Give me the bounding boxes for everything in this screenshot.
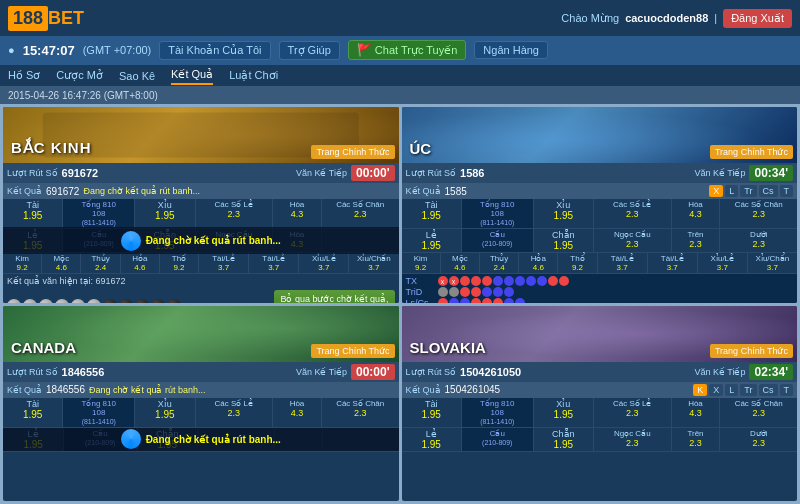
hoa-cell-top[interactable]: Hòa4.3 bbox=[273, 199, 322, 228]
canada-result-label: Kết Quả bbox=[7, 385, 42, 395]
slovakia-ngoc-cau[interactable]: Ngọc Cầu2.3 bbox=[594, 428, 672, 451]
help-button[interactable]: Trợ Giúp bbox=[279, 41, 340, 60]
uc-result-num: 1585 bbox=[445, 186, 467, 197]
uc-xiu[interactable]: Xỉu1.95 bbox=[534, 199, 594, 228]
chat-button[interactable]: 🚩 Chat Trực Tuyến bbox=[348, 40, 466, 60]
round-label: Lượt Rút Số bbox=[7, 168, 58, 178]
slovakia-result-num: 1504261045 bbox=[445, 384, 501, 395]
slovakia-next-label: Văn Kế Tiếp bbox=[694, 367, 745, 377]
tab-t[interactable]: T bbox=[780, 185, 794, 197]
uc-ngoc-cau[interactable]: Ngọc Cầu2.3 bbox=[594, 229, 672, 252]
slovakia-tabs: K X L Tr Cs T bbox=[693, 384, 793, 396]
slovakia-tren[interactable]: Trên2.3 bbox=[672, 428, 721, 451]
next-label: Văn Kế Tiếp bbox=[296, 168, 347, 178]
uc-tren[interactable]: Trên2.3 bbox=[672, 229, 721, 252]
canada-wait-text: Đang chờ kết quả rút banh... bbox=[146, 434, 281, 445]
canada-tai[interactable]: Tài1.95 bbox=[3, 398, 63, 427]
navbar-results[interactable]: Kết Quả bbox=[171, 66, 213, 85]
beijing-official-btn[interactable]: Trang Chính Thức bbox=[311, 145, 394, 159]
navbar-profile[interactable]: Hồ Sơ bbox=[8, 67, 40, 84]
uc-next-label: Văn Kế Tiếp bbox=[694, 168, 745, 178]
uc-tai[interactable]: Tài1.95 bbox=[402, 199, 462, 228]
uc-round-label: Lượt Rút Số bbox=[406, 168, 457, 178]
beijing-bet-btn[interactable]: Bỏ qua bước chờ kết quả,Đặt cược vòng kế… bbox=[274, 290, 394, 303]
uc-cac-so-chan[interactable]: Các Số Chân2.3 bbox=[720, 199, 797, 228]
slovakia-result-bar: Kết Quả 1504261045 K X L Tr Cs T bbox=[402, 382, 798, 398]
header-right: Chào Mừng cacuocdoden88 | Đăng Xuất bbox=[561, 9, 792, 28]
tab-t2[interactable]: T bbox=[780, 384, 794, 396]
tab-l[interactable]: L bbox=[725, 185, 738, 197]
tab-l2[interactable]: L bbox=[725, 384, 738, 396]
beijing-result-current: Kết quả văn hiện tại: 691672 bbox=[3, 274, 399, 288]
logo: 188 BET bbox=[8, 6, 84, 31]
cac-so-le-cell[interactable]: Các Số Lẻ2.3 bbox=[196, 199, 274, 228]
navbar: Hồ Sơ Cược Mở Sao Kê Kết Quả Luật Chơi bbox=[0, 64, 800, 86]
uc-next-time: 00:34' bbox=[749, 165, 793, 181]
uc-le[interactable]: Lẻ1.95 bbox=[402, 229, 462, 252]
canada-result-bar: Kết Quả 1846556 Đang chờ kết quả rút ban… bbox=[3, 382, 399, 398]
slovakia-tai[interactable]: Tài1.95 bbox=[402, 398, 462, 427]
bank-button[interactable]: Ngân Hàng bbox=[474, 41, 548, 59]
slovakia-official-btn[interactable]: Trang Chính Thức bbox=[710, 344, 793, 358]
slovakia-chan[interactable]: Chẵn1.95 bbox=[534, 428, 594, 451]
navbar-open-bets[interactable]: Cược Mở bbox=[56, 67, 103, 84]
bet-row-3: Kim9.2 Mộc4.6 Thủy2.4 Hỏa4.6 Thổ9.2 Tài/… bbox=[3, 253, 399, 274]
canada-wait-overlay: Đang chờ kết quả rút banh... bbox=[3, 428, 399, 451]
uc-official-btn[interactable]: Trang Chính Thức bbox=[710, 145, 793, 159]
navbar-statement[interactable]: Sao Kê bbox=[119, 68, 155, 84]
clock-icon: ● bbox=[8, 44, 15, 56]
slovakia-banner: SLOVAKIA Trang Chính Thức bbox=[402, 306, 798, 362]
slovakia-next-time: 02:34' bbox=[749, 364, 793, 380]
uc-round-num: 1586 bbox=[460, 167, 484, 179]
uc-banner: ÚC Trang Chính Thức bbox=[402, 107, 798, 163]
uc-hoa[interactable]: Hòa4.3 bbox=[672, 199, 721, 228]
main-grid: BẮC KINH Trang Chính Thức Lượt Rút Số 69… bbox=[0, 104, 800, 504]
tab-tr[interactable]: Tr bbox=[740, 185, 756, 197]
greeting-text: Chào Mừng bbox=[561, 12, 619, 25]
beijing-wait-text: Đang chờ kết quả rút banh... bbox=[146, 235, 281, 246]
panel-slovakia: SLOVAKIA Trang Chính Thức Lượt Rút Số 15… bbox=[402, 306, 798, 502]
uc-bet-table: Tài1.95 Tổng 810108(811-1410) Xỉu1.95 Cá… bbox=[402, 199, 798, 303]
uc-tabs: X L Tr Cs T bbox=[709, 185, 793, 197]
uc-cac-so-le[interactable]: Các Số Lẻ2.3 bbox=[594, 199, 672, 228]
tab-x[interactable]: X bbox=[709, 185, 723, 197]
tab-x2[interactable]: X bbox=[709, 384, 723, 396]
canada-wait-msg: Đang chờ kết quả rút banh... bbox=[89, 385, 206, 395]
tab-cs2[interactable]: Cs bbox=[759, 384, 778, 396]
bet-row-1: Tài1.95 Tổng 810108(811-1410) Xỉu1.95 Cá… bbox=[3, 199, 399, 229]
slovakia-duoi[interactable]: Dưới2.3 bbox=[720, 428, 797, 451]
beijing-balls-action: Bỏ qua bước chờ kết quả,Đặt cược vòng kế… bbox=[3, 288, 399, 303]
canada-official-btn[interactable]: Trang Chính Thức bbox=[311, 344, 394, 358]
canada-round-bar: Lượt Rút Số 1846556 Văn Kế Tiếp 00:00' bbox=[3, 362, 399, 382]
canada-xiu[interactable]: Xỉu1.95 bbox=[135, 398, 195, 427]
logout-button[interactable]: Đăng Xuất bbox=[723, 9, 792, 28]
uc-chan[interactable]: Chẵn1.95 bbox=[534, 229, 594, 252]
navbar-rules[interactable]: Luật Chơi bbox=[229, 67, 278, 84]
tong-cell: Tổng 810108(811-1410) bbox=[63, 199, 135, 228]
slovakia-result-label: Kết Quả bbox=[406, 385, 441, 395]
slovakia-le[interactable]: Lẻ1.95 bbox=[402, 428, 462, 451]
date-bar: 2015-04-26 16:47:26 (GMT+8:00) bbox=[0, 86, 800, 104]
canada-cac-so-chan[interactable]: Các Số Chân2.3 bbox=[322, 398, 399, 427]
canada-hoa[interactable]: Hòa4.3 bbox=[273, 398, 322, 427]
tab-cs[interactable]: Cs bbox=[759, 185, 778, 197]
slovakia-round-num: 1504261050 bbox=[460, 366, 521, 378]
beijing-title: BẮC KINH bbox=[11, 139, 92, 157]
canada-cac-so-le[interactable]: Các Số Lẻ2.3 bbox=[196, 398, 274, 427]
username: cacuocdoden88 bbox=[625, 12, 708, 24]
xiu-cell[interactable]: Xỉu1.95 bbox=[135, 199, 195, 228]
tai-cell[interactable]: Tài1.95 bbox=[3, 199, 63, 228]
beijing-bet-table: Tài1.95 Tổng 810108(811-1410) Xỉu1.95 Cá… bbox=[3, 199, 399, 303]
slovakia-cac-so-le[interactable]: Các Số Lẻ2.3 bbox=[594, 398, 672, 427]
time-display: 15:47:07 bbox=[23, 43, 75, 58]
account-button[interactable]: Tài Khoản Của Tôi bbox=[159, 41, 270, 60]
slovakia-xiu[interactable]: Xỉu1.95 bbox=[534, 398, 594, 427]
slovakia-hoa[interactable]: Hòa4.3 bbox=[672, 398, 721, 427]
tab-k[interactable]: K bbox=[693, 384, 707, 396]
date-display: 2015-04-26 16:47:26 (GMT+8:00) bbox=[8, 90, 158, 101]
tab-tr2[interactable]: Tr bbox=[740, 384, 756, 396]
beijing-wait-msg: Đang chờ kết quả rút banh... bbox=[83, 186, 200, 196]
cac-so-chan-cell[interactable]: Các Số Chân2.3 bbox=[322, 199, 399, 228]
uc-duoi[interactable]: Dưới2.3 bbox=[720, 229, 797, 252]
slovakia-cac-so-chan[interactable]: Các Số Chân2.3 bbox=[720, 398, 797, 427]
